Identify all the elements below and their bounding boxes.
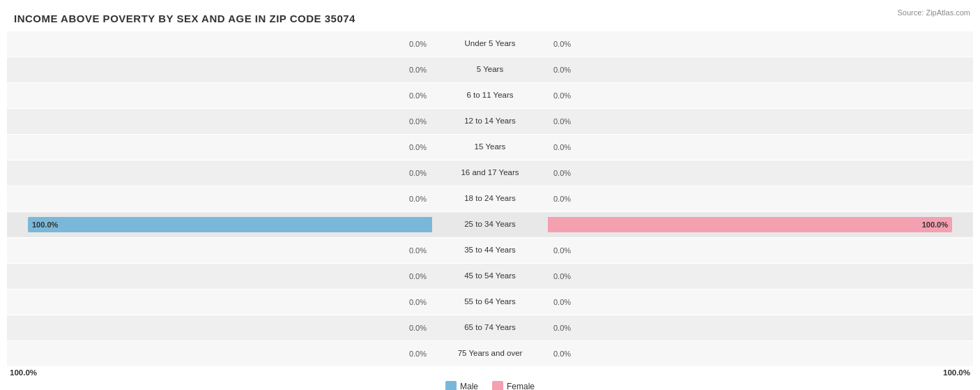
right-section: 0.0% bbox=[548, 264, 973, 289]
female-bar bbox=[548, 165, 549, 181]
left-section: 0.0% bbox=[7, 83, 432, 108]
bar-row: 0.0%6 to 11 Years0.0% bbox=[7, 83, 973, 108]
left-section: 0.0% bbox=[7, 264, 432, 289]
female-value: 0.0% bbox=[553, 195, 571, 203]
female-bar bbox=[548, 140, 549, 155]
age-label: 55 to 64 Years bbox=[432, 297, 548, 307]
legend: Male Female bbox=[7, 381, 973, 390]
female-bar bbox=[548, 320, 549, 336]
left-section: 0.0% bbox=[7, 238, 432, 263]
female-bar bbox=[548, 294, 549, 310]
female-value: 0.0% bbox=[553, 40, 571, 48]
left-section: 0.0% bbox=[7, 135, 432, 160]
bars-area: 0.0%Under 5 Years0.0%0.0%5 Years0.0%0.0%… bbox=[7, 31, 973, 366]
right-section: 0.0% bbox=[548, 160, 973, 186]
legend-male-label: Male bbox=[460, 382, 478, 390]
right-section: 0.0% bbox=[548, 186, 973, 211]
age-label: 65 to 74 Years bbox=[432, 323, 548, 333]
female-bar bbox=[548, 36, 549, 52]
age-label: 16 and 17 Years bbox=[432, 168, 548, 178]
bar-row: 0.0%18 to 24 Years0.0% bbox=[7, 186, 973, 211]
legend-male: Male bbox=[445, 381, 478, 390]
male-bar: 100.0% bbox=[28, 217, 432, 232]
left-section: 0.0% bbox=[7, 186, 432, 211]
female-value: 0.0% bbox=[553, 169, 571, 177]
age-label: 5 Years bbox=[432, 65, 548, 75]
bar-row: 0.0%65 to 74 Years0.0% bbox=[7, 315, 973, 340]
chart-title: INCOME ABOVE POVERTY BY SEX AND AGE IN Z… bbox=[7, 7, 973, 29]
source-text: Source: ZipAtlas.com bbox=[897, 8, 970, 17]
age-label: 6 to 11 Years bbox=[432, 91, 548, 100]
bar-row: 0.0%45 to 54 Years0.0% bbox=[7, 264, 973, 289]
chart-container: INCOME ABOVE POVERTY BY SEX AND AGE IN Z… bbox=[0, 0, 980, 390]
right-section: 0.0% bbox=[548, 315, 973, 340]
right-section: 0.0% bbox=[548, 290, 973, 315]
bottom-left-value: 100.0% bbox=[7, 368, 37, 377]
male-value: 0.0% bbox=[409, 40, 427, 48]
male-value: 0.0% bbox=[409, 195, 427, 203]
female-value: 0.0% bbox=[553, 117, 571, 126]
age-label: 18 to 24 Years bbox=[432, 194, 548, 204]
male-value: 0.0% bbox=[409, 91, 427, 100]
female-value: 0.0% bbox=[553, 66, 571, 74]
age-label: 35 to 44 Years bbox=[432, 246, 548, 255]
left-section: 100.0% bbox=[7, 212, 432, 237]
female-value: 0.0% bbox=[553, 324, 571, 332]
age-label: 15 Years bbox=[432, 142, 548, 152]
left-section: 0.0% bbox=[7, 57, 432, 82]
female-bar bbox=[548, 269, 549, 284]
right-section: 0.0% bbox=[548, 109, 973, 134]
right-section: 0.0% bbox=[548, 135, 973, 160]
legend-female-label: Female bbox=[507, 382, 535, 390]
male-value: 0.0% bbox=[409, 143, 427, 151]
legend-male-box bbox=[445, 381, 457, 390]
right-section: 0.0% bbox=[548, 83, 973, 108]
male-value: 0.0% bbox=[409, 66, 427, 74]
bar-row: 0.0%55 to 64 Years0.0% bbox=[7, 290, 973, 315]
left-section: 0.0% bbox=[7, 160, 432, 186]
male-value: 0.0% bbox=[409, 350, 427, 358]
age-label: Under 5 Years bbox=[432, 39, 548, 49]
female-bar bbox=[548, 346, 549, 361]
bar-row: 0.0%35 to 44 Years0.0% bbox=[7, 238, 973, 263]
age-label: 12 to 14 Years bbox=[432, 117, 548, 126]
bar-row: 0.0%16 and 17 Years0.0% bbox=[7, 160, 973, 186]
female-bar bbox=[548, 62, 549, 77]
left-section: 0.0% bbox=[7, 109, 432, 134]
bar-row: 100.0%25 to 34 Years100.0% bbox=[7, 212, 973, 237]
female-bar bbox=[548, 191, 549, 207]
female-value: 100.0% bbox=[922, 220, 952, 229]
right-section: 0.0% bbox=[548, 238, 973, 263]
female-value: 0.0% bbox=[553, 350, 571, 358]
female-bar bbox=[548, 114, 549, 129]
female-value: 0.0% bbox=[553, 298, 571, 306]
bar-row: 0.0%75 Years and over0.0% bbox=[7, 341, 973, 366]
female-bar: 100.0% bbox=[548, 217, 952, 232]
female-bar bbox=[548, 243, 549, 258]
female-value: 0.0% bbox=[553, 272, 571, 280]
male-value: 0.0% bbox=[409, 169, 427, 177]
age-label: 75 Years and over bbox=[432, 349, 548, 359]
female-value: 0.0% bbox=[553, 143, 571, 151]
bar-row: 0.0%12 to 14 Years0.0% bbox=[7, 109, 973, 134]
left-section: 0.0% bbox=[7, 315, 432, 340]
bottom-right-value: 100.0% bbox=[943, 368, 973, 377]
left-section: 0.0% bbox=[7, 31, 432, 57]
male-value: 0.0% bbox=[409, 117, 427, 126]
left-section: 0.0% bbox=[7, 290, 432, 315]
bottom-values: 100.0% 100.0% bbox=[7, 367, 973, 377]
female-bar bbox=[548, 88, 549, 103]
bar-row: 0.0%Under 5 Years0.0% bbox=[7, 31, 973, 57]
male-value: 100.0% bbox=[28, 220, 58, 229]
male-value: 0.0% bbox=[409, 298, 427, 306]
legend-female-box bbox=[492, 381, 503, 390]
female-value: 0.0% bbox=[553, 91, 571, 100]
right-section: 0.0% bbox=[548, 341, 973, 366]
legend-female: Female bbox=[492, 381, 535, 390]
male-value: 0.0% bbox=[409, 324, 427, 332]
bar-row: 0.0%5 Years0.0% bbox=[7, 57, 973, 82]
left-section: 0.0% bbox=[7, 341, 432, 366]
male-value: 0.0% bbox=[409, 246, 427, 255]
male-value: 0.0% bbox=[409, 272, 427, 280]
right-section: 0.0% bbox=[548, 31, 973, 57]
